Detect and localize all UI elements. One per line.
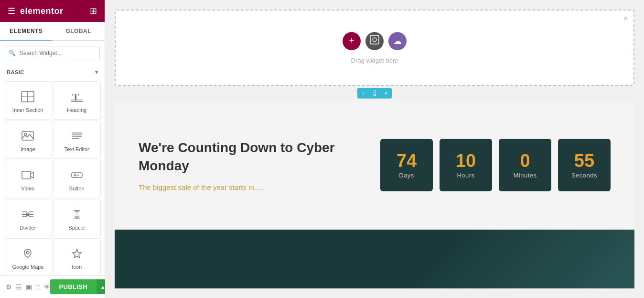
spacer-icon (70, 209, 84, 222)
widget-inner-section-label: Inner Section (12, 107, 43, 113)
countdown-heading: We're Counting Down to Cyber Monday (139, 139, 352, 175)
timer-days-label: Days (399, 172, 414, 179)
grid-icon[interactable]: ⊞ (90, 6, 97, 16)
canvas: × + ☁ Drag widget here (105, 0, 644, 298)
publish-button[interactable]: PUBLISH (50, 279, 96, 294)
divider-icon (21, 209, 34, 222)
widget-text-editor[interactable]: Text Editor (53, 121, 101, 159)
timer-minutes-value: 0 (520, 152, 530, 170)
row-toolbar: + ⣿ × (115, 86, 634, 100)
sidebar: ☰ elementor ⊞ ELEMENTS GLOBAL 🔍 BASIC ▾ … (0, 0, 105, 298)
widgets-grid: Inner Section T Heading Ima (0, 79, 105, 275)
widget-video-label: Video (21, 186, 34, 191)
timer-seconds: 55 Seconds (558, 139, 611, 191)
drop-zone-actions: + ☁ (343, 32, 407, 50)
bottom-icons: ⚙ ☰ ▣ □ 👁 (6, 283, 50, 291)
timer-minutes-label: Minutes (513, 172, 537, 179)
row-add-button[interactable]: + (357, 88, 368, 99)
sidebar-header: ☰ elementor ⊞ (0, 0, 105, 22)
widget-heading[interactable]: T Heading (53, 81, 101, 120)
layout-icon (370, 35, 379, 47)
widget-button-label: Button (69, 186, 85, 191)
timer-hours-label: Hours (457, 172, 474, 179)
widget-spacer-label: Spacer (68, 225, 85, 231)
timer-days-value: 74 (397, 152, 417, 170)
inner-section-icon (21, 91, 34, 104)
plus-icon: + (349, 36, 354, 46)
timer-minutes: 0 Minutes (499, 139, 551, 191)
section-label-basic[interactable]: BASIC ▾ (0, 65, 105, 79)
preview-icon[interactable]: 👁 (43, 283, 50, 291)
svg-rect-27 (370, 35, 379, 44)
timer-seconds-value: 55 (574, 152, 594, 170)
heading-icon: T (70, 91, 84, 104)
countdown-subtext: The biggest sale of the year starts in..… (139, 183, 352, 191)
svg-point-26 (26, 251, 29, 254)
elementor-logo: elementor (20, 6, 64, 16)
widget-inner-section[interactable]: Inner Section (4, 81, 52, 120)
widget-divider-label: Divider (20, 225, 36, 231)
svg-rect-6 (22, 132, 33, 140)
svg-rect-12 (22, 171, 31, 179)
widget-icon[interactable]: Icon (53, 238, 101, 275)
timer-days: 74 Days (380, 139, 433, 191)
widget-divider[interactable]: Divider (4, 199, 52, 237)
widget-text-editor-label: Text Editor (64, 146, 89, 152)
settings-icon[interactable]: ⚙ (6, 283, 12, 291)
row-close-button[interactable]: × (381, 88, 392, 99)
drop-zone-layout-button[interactable] (365, 32, 384, 50)
responsive-icon[interactable]: □ (36, 283, 40, 291)
svg-point-28 (373, 38, 376, 42)
layers-icon[interactable]: ☰ (16, 283, 22, 291)
widget-button[interactable]: Button (53, 160, 101, 198)
drag-text: Drag widget here (351, 57, 398, 64)
timer-seconds-label: Seconds (571, 172, 597, 179)
hamburger-icon[interactable]: ☰ (8, 6, 15, 16)
search-icon: 🔍 (9, 50, 16, 56)
sidebar-tabs: ELEMENTS GLOBAL (0, 22, 105, 41)
navigator-icon[interactable]: ▣ (26, 283, 32, 291)
dark-section (115, 230, 634, 288)
cloud-icon: ☁ (393, 36, 402, 46)
drop-zone[interactable]: × + ☁ Drag widget here (115, 10, 634, 86)
button-icon (70, 169, 84, 183)
row-move-button[interactable]: ⣿ (369, 88, 381, 99)
main-content: × + ☁ Drag widget here (105, 0, 644, 298)
timer-hours-value: 10 (456, 152, 476, 170)
search-input[interactable] (5, 46, 100, 60)
star-icon (70, 248, 84, 261)
drop-zone-close-icon[interactable]: × (623, 14, 628, 23)
widget-image[interactable]: Image (4, 121, 52, 159)
search-widget-wrap: 🔍 (5, 46, 100, 60)
row-toolbar-inner: + ⣿ × (357, 88, 391, 99)
widget-spacer[interactable]: Spacer (53, 199, 101, 237)
widget-icon-label: Icon (72, 264, 82, 270)
section-label-text: BASIC (7, 69, 24, 75)
widget-heading-label: Heading (67, 107, 86, 113)
chevron-down-icon: ▾ (95, 69, 98, 76)
sidebar-resize-handle[interactable] (101, 0, 105, 298)
countdown-text-area: We're Counting Down to Cyber Monday The … (139, 139, 352, 192)
widget-google-maps[interactable]: Google Maps (4, 238, 52, 275)
widget-video[interactable]: Video (4, 160, 52, 198)
sidebar-bottom: ⚙ ☰ ▣ □ 👁 PUBLISH ▲ (0, 275, 105, 298)
widget-google-maps-label: Google Maps (12, 264, 43, 270)
image-icon (21, 130, 34, 143)
tab-global[interactable]: GLOBAL (53, 22, 105, 40)
widget-image-label: Image (21, 146, 35, 152)
video-icon (21, 169, 34, 183)
svg-text:T: T (72, 91, 79, 102)
drop-zone-widget-button[interactable]: ☁ (388, 32, 407, 50)
map-icon (21, 248, 34, 261)
text-editor-icon (70, 130, 84, 143)
tab-elements[interactable]: ELEMENTS (0, 22, 53, 41)
timer-hours: 10 Hours (440, 139, 492, 191)
countdown-section: We're Counting Down to Cyber Monday The … (115, 100, 634, 230)
sidebar-header-left: ☰ elementor (8, 6, 64, 16)
countdown-timers: 74 Days 10 Hours 0 Minutes 55 Seconds (380, 139, 611, 191)
drop-zone-add-button[interactable]: + (343, 32, 361, 50)
